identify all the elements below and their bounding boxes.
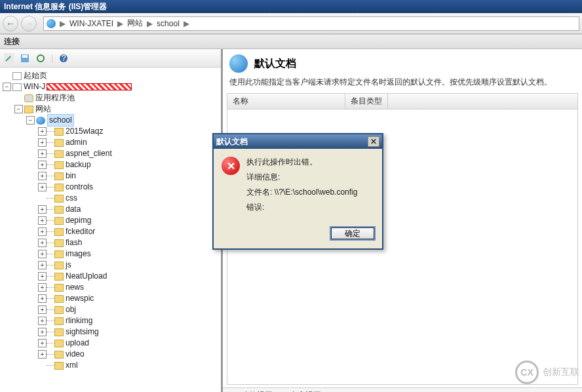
collapse-icon[interactable]: − [3,83,11,91]
expand-icon[interactable]: + [38,250,47,258]
connections-tree[interactable]: 起始页 −WIN-J 应用程序池 −网站 −school +2015wlaqz+… [0,68,221,392]
expand-icon[interactable]: + [38,205,47,214]
folder-icon [54,195,64,203]
default-document-icon [229,54,248,73]
tree-folder-video[interactable]: +video [1,349,220,360]
dialog-error-label: 错误: [246,202,374,213]
tree-folder-label: images [66,248,91,260]
redacted-hostname [47,83,132,90]
tree-site-school[interactable]: school [47,114,74,127]
tree-folder-upload[interactable]: +upload [1,338,220,349]
tree-sites[interactable]: 网站 [35,104,51,115]
connections-panel-label: 连接 [0,34,582,49]
breadcrumb-sep: ▶ [147,19,153,28]
expand-icon[interactable]: + [38,328,47,336]
close-icon: ✕ [370,137,377,146]
col-entry-type[interactable]: 条目类型 [345,94,388,109]
tree-start-page[interactable]: 起始页 [24,70,47,81]
tree-folder-images[interactable]: +images [1,248,220,260]
svg-text:?: ? [62,54,66,63]
expand-icon[interactable]: + [38,183,47,191]
breadcrumb[interactable]: ▶ WIN-JXATEI ▶ 网站 ▶ school ▶ [43,16,579,31]
breadcrumb-app[interactable]: school [157,19,180,28]
tree-folder-controls[interactable]: +controls [1,182,220,193]
tree-folder-sightsimg[interactable]: +sightsimg [1,326,220,338]
dialog-close-button[interactable]: ✕ [368,136,379,147]
tree-folder-admin[interactable]: +admin [1,137,220,148]
view-switcher: 功能视图 内容视图 [223,387,582,392]
server-icon [12,83,22,91]
expand-icon[interactable]: + [38,305,47,314]
tree-folder-xml[interactable]: xml [1,360,220,371]
dialog-titlebar[interactable]: 默认文档 ✕ [214,134,382,149]
breadcrumb-sites[interactable]: 网站 [127,18,143,29]
tree-folder-label: upload [66,338,89,349]
tree-folder-css[interactable]: css [1,193,220,204]
tree-folder-NeatUpload[interactable]: +NeatUpload [1,271,220,282]
breadcrumb-host[interactable]: WIN-JXATEI [69,19,113,28]
tree-folder-depimg[interactable]: +depimg [1,215,220,226]
collapse-icon[interactable]: − [14,105,23,113]
expand-icon[interactable]: + [38,261,47,269]
tree-folder-newspic[interactable]: +newspic [1,293,220,304]
tree-folder-news[interactable]: +news [1,282,220,293]
page-title: 默认文档 [254,57,296,71]
folder-icon [54,217,64,225]
collapse-icon[interactable]: − [26,116,35,125]
expand-icon[interactable]: + [38,339,47,347]
svg-rect-2 [22,55,28,58]
tree-folder-label: 2015wlaqz [66,126,103,137]
tree-folder-label: aspnet_client [66,148,112,159]
watermark: CX 创新互联 [515,361,579,384]
tree-folder-data[interactable]: +data [1,204,220,215]
dialog-title: 默认文档 [216,136,248,147]
ok-button[interactable]: 确定 [330,226,376,241]
connect-icon[interactable] [4,53,14,64]
tree-folder-fckeditor[interactable]: +fckeditor [1,226,220,237]
back-button[interactable]: ← [3,16,18,31]
expand-icon[interactable]: + [38,127,47,136]
expand-icon[interactable]: + [38,216,47,225]
grid-header: 名称 条目类型 [227,93,578,109]
help-icon[interactable]: ? [58,53,69,64]
expand-icon[interactable]: + [38,172,47,180]
expand-icon[interactable]: + [38,138,47,147]
dialog-details-label: 详细信息: [246,172,374,183]
tree-host[interactable]: WIN-J [24,81,45,92]
error-dialog: 默认文档 ✕ ✕ 执行此操作时出错。 详细信息: 文件名: \\?\E:\sch… [212,133,383,250]
folder-icon [54,239,64,247]
tree-app-pools[interactable]: 应用程序池 [35,92,75,104]
expand-icon[interactable]: + [38,294,47,303]
tree-folder-backup[interactable]: +backup [1,159,220,170]
save-icon[interactable] [20,53,30,64]
expand-icon[interactable]: + [38,149,47,158]
expand-icon[interactable]: + [38,283,47,292]
tree-folder-label: newspic [66,293,94,304]
folder-icon [54,295,64,303]
expand-icon[interactable]: + [38,239,47,247]
folder-icon [54,139,64,147]
tree-folder-bin[interactable]: +bin [1,170,220,182]
tree-folder-label: css [66,193,77,204]
expand-icon[interactable]: + [38,272,47,281]
tree-folder-2015wlaqz[interactable]: +2015wlaqz [1,126,220,137]
error-icon: ✕ [222,157,240,175]
refresh-icon[interactable] [35,53,46,64]
expand-icon[interactable]: + [38,161,47,169]
tree-folder-flash[interactable]: +flash [1,237,220,248]
expand-icon[interactable]: + [38,317,47,325]
expand-icon[interactable]: + [38,227,47,236]
tree-folder-label: depimg [66,215,91,226]
folder-icon [54,340,64,347]
tree-folder-rlinkimg[interactable]: +rlinkimg [1,315,220,326]
forward-button[interactable]: → [21,16,37,31]
tree-folder-js[interactable]: +js [1,260,220,271]
folder-icon [54,317,64,325]
tree-folder-obj[interactable]: +obj [1,304,220,315]
tree-folder-label: admin [66,137,87,148]
expand-icon[interactable]: + [38,350,47,359]
tree-folder-aspnet_client[interactable]: +aspnet_client [1,148,220,159]
sites-icon [24,106,33,113]
col-name[interactable]: 名称 [227,94,345,109]
tree-folder-label: sightsimg [66,326,99,338]
